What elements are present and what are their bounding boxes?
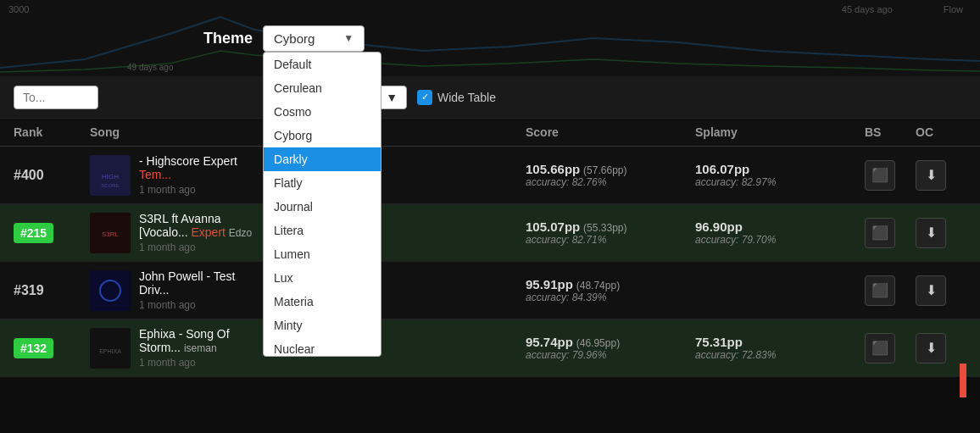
table-header: Rank Song Score Splamy BS OC bbox=[0, 119, 980, 147]
rank-cell-3: #319 bbox=[14, 283, 90, 298]
oc-cell-1: ⬇ bbox=[916, 160, 966, 191]
song-title-3: John Powell - Test Driv... bbox=[139, 269, 259, 297]
song-date-3: 1 month ago bbox=[139, 299, 259, 311]
rank-cell-1: #400 bbox=[14, 168, 90, 183]
score-cell-3: 95.91pp (48.74pp) accuracy: 84.39% bbox=[526, 277, 695, 303]
theme-option-litera[interactable]: Litera bbox=[264, 219, 381, 242]
song-cell-4: EPHIXA Ephixa - Song Of Storm... iseman … bbox=[90, 327, 259, 369]
theme-option-materia[interactable]: Materia bbox=[264, 290, 381, 314]
theme-select-button[interactable]: Cyborg ▼ bbox=[263, 25, 365, 52]
song-info-3: John Powell - Test Driv... 1 month ago bbox=[139, 269, 259, 311]
rank-badge-4: #132 bbox=[14, 338, 53, 358]
svg-text:EPHIXA: EPHIXA bbox=[99, 348, 121, 354]
filter-input[interactable] bbox=[14, 86, 98, 109]
svg-text:SCORE: SCORE bbox=[101, 183, 119, 188]
expert-tag-1: Tem... bbox=[139, 168, 171, 181]
theme-option-default[interactable]: Default bbox=[264, 53, 381, 76]
svg-text:HIGH: HIGH bbox=[102, 173, 119, 180]
table-row-2: #215 S3RL S3RL ft Avanna [Vocalo... Expe… bbox=[0, 204, 980, 262]
score-cell-4: 95.74pp (46.95pp) accuracy: 79.96% bbox=[526, 335, 695, 361]
table-row: #400 HIGHSCORE - Highscore Expert Tem...… bbox=[0, 147, 980, 204]
theme-option-cyborg[interactable]: Cyborg bbox=[264, 124, 381, 147]
wide-table-checkbox-container[interactable]: ✓ Wide Table bbox=[417, 90, 496, 105]
theme-option-journal[interactable]: Journal bbox=[264, 195, 381, 219]
table-row-4: #132 EPHIXA Ephixa - Song Of Storm... is… bbox=[0, 319, 980, 377]
chart-y-label: 3000 bbox=[8, 4, 29, 14]
rank-cell-2: #215 bbox=[14, 223, 90, 243]
oc-button-3[interactable]: ⬇ bbox=[916, 275, 946, 306]
bs-button-4[interactable]: ⬛ bbox=[865, 333, 895, 364]
bs-cell-4: ⬛ bbox=[865, 333, 916, 364]
score-cell-1: 105.66pp (57.66pp) accuracy: 82.76% bbox=[526, 162, 695, 188]
rank-cell-4: #132 bbox=[14, 338, 90, 358]
col-song: Song bbox=[90, 125, 259, 139]
wide-table-checkbox[interactable]: ✓ bbox=[417, 90, 432, 105]
album-art-4: EPHIXA bbox=[90, 328, 131, 369]
chart-right-label-2: Flow bbox=[944, 4, 963, 14]
splamy-cell-4: 75.31pp accuracy: 72.83% bbox=[695, 335, 865, 361]
song-info-4: Ephixa - Song Of Storm... iseman 1 month… bbox=[139, 327, 259, 369]
song-info-1: - Highscore Expert Tem... 1 month ago bbox=[139, 154, 259, 196]
score-cell-2: 105.07pp (55.33pp) accuracy: 82.71% bbox=[526, 219, 695, 246]
chart-right-label-1: 45 days ago bbox=[842, 4, 893, 14]
theme-option-flatly[interactable]: Flatly bbox=[264, 171, 381, 195]
top-area: 3000 49 days ago 45 days ago Flow Theme … bbox=[0, 0, 980, 76]
mapper-tag-4: iseman bbox=[184, 342, 217, 354]
bs-cell-3: ⬛ bbox=[865, 275, 916, 306]
theme-option-nuclear[interactable]: Nuclear bbox=[264, 337, 381, 356]
col-rank: Rank bbox=[14, 125, 90, 139]
oc-cell-2: ⬇ bbox=[916, 218, 966, 248]
theme-dropdown-menu[interactable]: Default Cerulean Cosmo Cyborg Darkly Fla… bbox=[263, 52, 381, 357]
oc-button-4[interactable]: ⬇ bbox=[916, 333, 946, 364]
controls-bar: Splamy ▼ ✓ Wide Table bbox=[0, 76, 980, 119]
song-info-2: S3RL ft Avanna [Vocalo... Expert Edzo 1 … bbox=[139, 212, 259, 253]
theme-option-cosmo[interactable]: Cosmo bbox=[264, 100, 381, 124]
bs-button-2[interactable]: ⬛ bbox=[865, 218, 895, 248]
chevron-down-icon: ▼ bbox=[343, 32, 354, 44]
album-art-1: HIGHSCORE bbox=[90, 155, 131, 196]
album-art-3 bbox=[90, 270, 131, 311]
theme-selected-value: Cyborg bbox=[274, 31, 315, 46]
theme-option-darkly[interactable]: Darkly bbox=[264, 147, 381, 171]
theme-option-lumen[interactable]: Lumen bbox=[264, 242, 381, 266]
table-row: #215 S3RL S3RL ft Avanna [Vocalo... Expe… bbox=[0, 204, 980, 262]
bs-button-1[interactable]: ⬛ bbox=[865, 160, 895, 191]
theme-select-container[interactable]: Cyborg ▼ Default Cerulean Cosmo Cyborg D… bbox=[263, 25, 365, 52]
red-indicator-4 bbox=[960, 364, 966, 397]
col-bs: BS bbox=[865, 125, 916, 139]
song-title-2: S3RL ft Avanna [Vocalo... Expert Edzo bbox=[139, 212, 259, 239]
oc-button-1[interactable]: ⬇ bbox=[916, 160, 946, 191]
wide-table-label: Wide Table bbox=[437, 91, 496, 104]
theme-option-cerulean[interactable]: Cerulean bbox=[264, 76, 381, 100]
splamy-chevron-icon: ▼ bbox=[386, 91, 398, 104]
filter-area bbox=[14, 86, 98, 109]
theme-dropdown-scroll[interactable]: Default Cerulean Cosmo Cyborg Darkly Fla… bbox=[264, 53, 381, 356]
table-row: #319 John Powell - Test Driv... 1 month … bbox=[0, 262, 980, 319]
song-date-1: 1 month ago bbox=[139, 184, 259, 196]
song-title-1: - Highscore Expert Tem... bbox=[139, 154, 259, 181]
splamy-cell-2: 96.90pp accuracy: 79.70% bbox=[695, 219, 865, 246]
oc-button-2[interactable]: ⬇ bbox=[916, 218, 946, 248]
oc-cell-4: ⬇ bbox=[916, 333, 966, 364]
table-row: #132 EPHIXA Ephixa - Song Of Storm... is… bbox=[0, 319, 980, 377]
chart-x-label: 49 days ago bbox=[127, 63, 174, 72]
bs-button-3[interactable]: ⬛ bbox=[865, 275, 895, 306]
theme-label: Theme bbox=[203, 30, 253, 47]
expert-tag-2: Expert bbox=[191, 225, 225, 239]
table-container: Rank Song Score Splamy BS OC #400 HIGHSC… bbox=[0, 119, 980, 377]
song-date-2: 1 month ago bbox=[139, 241, 259, 253]
album-art-2: S3RL bbox=[90, 213, 131, 253]
song-cell-2: S3RL S3RL ft Avanna [Vocalo... Expert Ed… bbox=[90, 212, 259, 253]
chart-right-labels: 45 days ago Flow bbox=[842, 4, 963, 14]
mapper-tag-2: Edzo bbox=[229, 227, 252, 239]
table-row-1: #400 HIGHSCORE - Highscore Expert Tem...… bbox=[0, 147, 980, 204]
table-row-3: #319 John Powell - Test Driv... 1 month … bbox=[0, 262, 980, 319]
rank-value-3: #319 bbox=[14, 283, 44, 297]
song-cell-3: John Powell - Test Driv... 1 month ago bbox=[90, 269, 259, 311]
song-title-4: Ephixa - Song Of Storm... iseman bbox=[139, 327, 259, 354]
theme-option-lux[interactable]: Lux bbox=[264, 266, 381, 290]
rank-badge-2: #215 bbox=[14, 223, 53, 243]
oc-cell-3: ⬇ bbox=[916, 275, 966, 306]
theme-option-minty[interactable]: Minty bbox=[264, 314, 381, 337]
bs-cell-2: ⬛ bbox=[865, 218, 916, 248]
